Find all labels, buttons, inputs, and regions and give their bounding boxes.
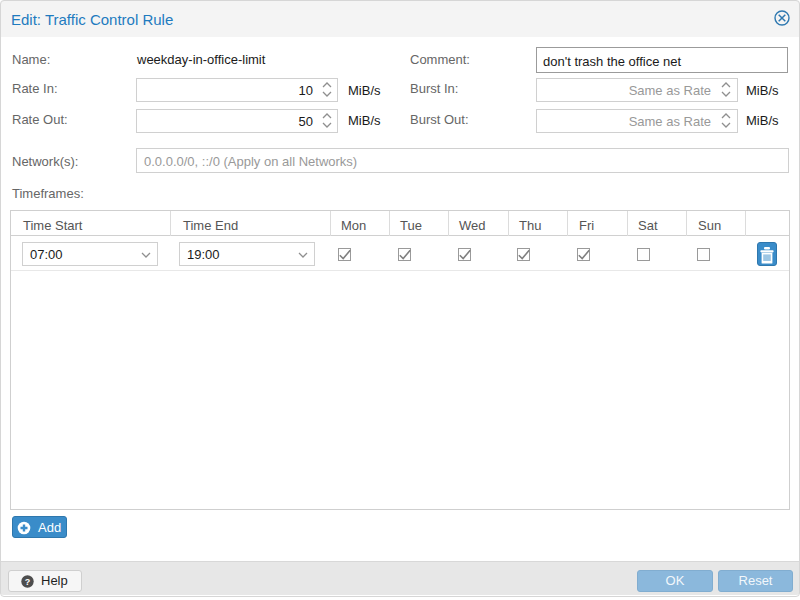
svg-text:?: ? bbox=[25, 577, 31, 587]
